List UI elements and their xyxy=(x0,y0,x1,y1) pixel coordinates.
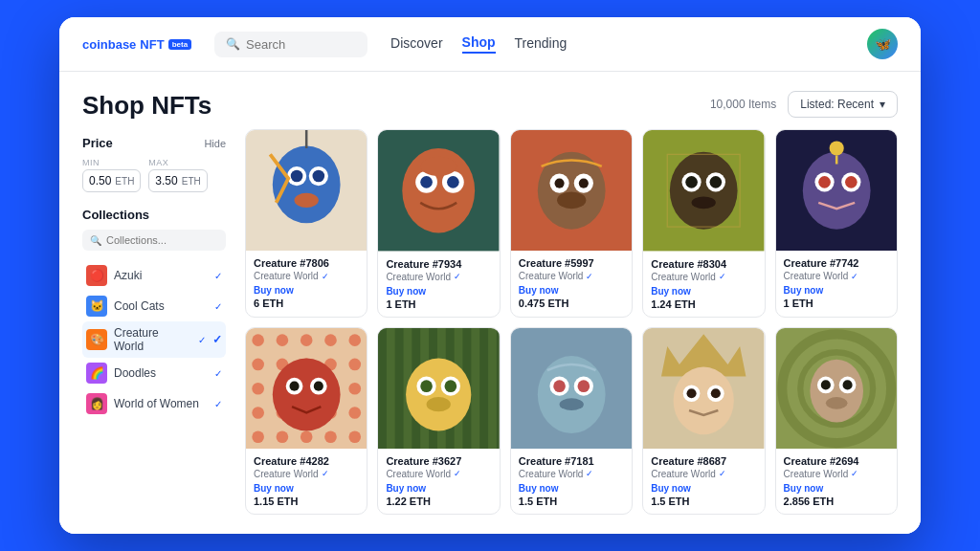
hide-button[interactable]: Hide xyxy=(204,138,226,149)
collections-section: Collections 🔍 🔴 Azuki ✓ 🐱 Cool Cats ✓ 🎨 … xyxy=(82,208,226,419)
collection-verified-icon: ✓ xyxy=(322,469,329,478)
svg-point-40 xyxy=(301,334,313,346)
nav-shop[interactable]: Shop xyxy=(462,34,496,54)
collections-search-input[interactable] xyxy=(106,234,218,246)
max-eth-unit: ETH xyxy=(182,176,201,187)
nft-price: 0.475 ETH xyxy=(519,298,624,309)
svg-point-32 xyxy=(818,176,831,188)
collection-verified-icon: ✓ xyxy=(322,272,329,281)
nft-buy-label: Buy now xyxy=(254,285,359,296)
search-box[interactable]: 🔍 xyxy=(214,32,368,57)
avatar[interactable]: 🦋 xyxy=(867,29,898,59)
max-label: MAX xyxy=(148,158,207,167)
collection-name-label: Creature World xyxy=(784,469,849,479)
nft-card-nft-1[interactable]: Creature #7806 Creature World ✓ Buy now … xyxy=(245,129,368,317)
collections-search[interactable]: 🔍 xyxy=(82,230,226,251)
nft-image xyxy=(776,130,897,251)
main-content: Shop NFTs Price Hide MIN 0.50 ETH xyxy=(59,72,921,534)
min-price-input[interactable]: 0.50 ETH xyxy=(82,169,141,192)
collection-name: World of Women xyxy=(114,397,208,410)
logo-text: coinbase xyxy=(82,37,136,52)
svg-point-65 xyxy=(290,381,300,390)
nft-buy-label: Buy now xyxy=(651,286,756,297)
nft-collection: Creature World ✓ xyxy=(254,271,359,281)
nft-card-nft-7[interactable]: Creature #3627 Creature World ✓ Buy now … xyxy=(377,327,500,515)
max-price-input[interactable]: 3.50 ETH xyxy=(148,169,207,192)
nav-discover[interactable]: Discover xyxy=(390,35,442,53)
nft-card-nft-2[interactable]: Creature #7934 Creature World ✓ Buy now … xyxy=(377,129,500,317)
svg-point-95 xyxy=(711,388,721,398)
svg-point-82 xyxy=(427,397,451,411)
nft-info: Creature #8304 Creature World ✓ Buy now … xyxy=(643,252,764,317)
nft-card-nft-6[interactable]: Creature #4282 Creature World ✓ Buy now … xyxy=(245,327,368,515)
svg-point-38 xyxy=(252,334,264,346)
svg-point-88 xyxy=(577,380,590,392)
svg-point-5 xyxy=(313,170,325,183)
nft-info: Creature #7934 Creature World ✓ Buy now … xyxy=(378,252,499,317)
svg-point-60 xyxy=(301,430,313,443)
nft-name: Creature #4282 xyxy=(254,455,359,467)
price-section: Price Hide MIN 0.50 ETH MAX 3.50 xyxy=(82,136,226,192)
nft-collection: Creature World ✓ xyxy=(519,469,624,479)
svg-point-93 xyxy=(687,388,697,398)
svg-point-39 xyxy=(277,334,289,346)
svg-rect-69 xyxy=(378,328,387,449)
svg-point-77 xyxy=(406,358,471,430)
price-header: Price Hide xyxy=(82,136,226,150)
collection-item-azuki[interactable]: 🔴 Azuki ✓ xyxy=(82,260,226,291)
nft-buy-label: Buy now xyxy=(519,285,624,296)
svg-point-1 xyxy=(273,146,341,224)
nft-price: 1 ETH xyxy=(784,298,889,309)
logo: coinbase NFT beta xyxy=(82,37,191,52)
nft-price: 1 ETH xyxy=(386,298,491,310)
svg-point-28 xyxy=(692,197,716,209)
svg-point-81 xyxy=(445,380,457,392)
nft-collection: Creature World ✓ xyxy=(386,272,491,282)
nft-name: Creature #2694 xyxy=(784,455,889,467)
svg-point-91 xyxy=(674,366,734,434)
nft-name: Creature #7934 xyxy=(386,258,491,270)
collection-name-label: Creature World xyxy=(386,272,451,282)
nft-card-nft-5[interactable]: Creature #7742 Creature World ✓ Buy now … xyxy=(775,129,898,317)
svg-point-48 xyxy=(252,382,264,394)
collection-item-cool-cats[interactable]: 🐱 Cool Cats ✓ xyxy=(82,291,226,321)
svg-point-102 xyxy=(820,380,830,389)
svg-point-53 xyxy=(252,407,264,419)
collection-name-label: Creature World xyxy=(386,469,451,479)
svg-point-23 xyxy=(670,152,738,230)
nft-card-nft-9[interactable]: Creature #8687 Creature World ✓ Buy now … xyxy=(642,327,765,515)
nft-name: Creature #7806 xyxy=(254,257,359,269)
nft-card-nft-4[interactable]: Creature #8304 Creature World ✓ Buy now … xyxy=(642,129,765,317)
browser-window: coinbase NFT beta 🔍 Discover Shop Trendi… xyxy=(59,17,921,534)
svg-point-57 xyxy=(348,407,361,419)
svg-point-105 xyxy=(825,397,847,409)
collection-thumb: 🐱 xyxy=(86,296,107,317)
collection-item-world-of-women[interactable]: 👩 World of Women ✓ xyxy=(82,388,226,419)
search-input[interactable] xyxy=(246,37,356,52)
nav-trending[interactable]: Trending xyxy=(515,35,568,53)
nft-card-nft-3[interactable]: Creature #5997 Creature World ✓ Buy now … xyxy=(510,129,633,317)
collection-verified-icon: ✓ xyxy=(454,469,461,478)
collection-name: Azuki xyxy=(114,269,208,282)
svg-point-104 xyxy=(842,380,852,389)
nft-card-nft-8[interactable]: Creature #7181 Creature World ✓ Buy now … xyxy=(510,327,633,515)
grid-area: 10,000 Items Listed: Recent ▾ Creature #… xyxy=(245,91,898,515)
sidebar: Shop NFTs Price Hide MIN 0.50 ETH xyxy=(82,91,226,515)
min-eth-unit: ETH xyxy=(115,176,134,187)
collection-name-label: Creature World xyxy=(519,469,584,479)
svg-point-6 xyxy=(295,193,319,208)
collection-item-doodles[interactable]: 🌈 Doodles ✓ xyxy=(82,358,226,388)
nft-collection: Creature World ✓ xyxy=(651,469,756,479)
nft-buy-label: Buy now xyxy=(519,483,624,494)
collection-verified-icon: ✓ xyxy=(454,272,461,281)
svg-point-20 xyxy=(579,179,589,188)
svg-rect-75 xyxy=(480,328,489,449)
sort-dropdown[interactable]: Listed: Recent ▾ xyxy=(788,91,898,118)
nft-buy-label: Buy now xyxy=(254,483,359,494)
min-label: MIN xyxy=(82,158,141,167)
nft-card-nft-10[interactable]: Creature #2694 Creature World ✓ Buy now … xyxy=(775,327,898,515)
collection-item-creature-world[interactable]: 🎨 Creature World ✓ ✓ xyxy=(82,321,226,358)
nft-price: 6 ETH xyxy=(254,298,359,309)
max-price-value: 3.50 xyxy=(155,174,177,187)
nft-price: 2.856 ETH xyxy=(784,496,889,507)
